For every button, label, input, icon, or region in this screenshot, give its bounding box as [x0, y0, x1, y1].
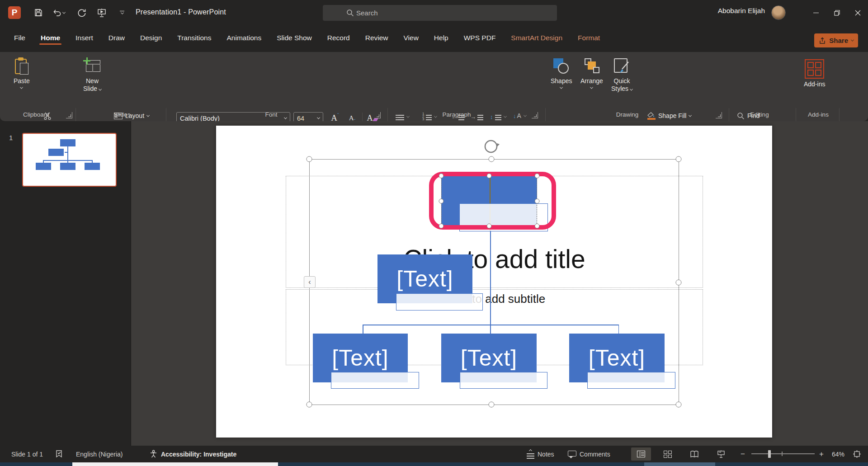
avatar[interactable] — [771, 5, 786, 20]
tab-label: File — [14, 34, 25, 42]
ribbon-tabs: FileHomeInsertDrawDesignTransitionsAnima… — [6, 26, 608, 52]
shape-handle-w[interactable] — [439, 199, 444, 204]
tab-label: Review — [365, 34, 388, 42]
accessibility-indicator[interactable]: Accessibility: Investigate — [149, 446, 236, 462]
quick-styles-icon — [613, 57, 631, 75]
slide-editing-surface[interactable]: Click to add title Click to add subtitle… — [216, 126, 772, 438]
zoom-level[interactable]: 64% — [832, 446, 844, 462]
bbox-handle-sw[interactable] — [307, 402, 312, 408]
arrange-dropdown-icon[interactable] — [590, 86, 593, 89]
restore-button[interactable] — [826, 0, 847, 26]
slide-sorter-view-button[interactable] — [658, 447, 678, 461]
tab-file[interactable]: File — [6, 29, 33, 48]
slide-indicator[interactable]: Slide 1 of 1 — [11, 446, 43, 462]
tab-wps-pdf[interactable]: WPS PDF — [456, 29, 504, 48]
save-icon[interactable] — [32, 6, 45, 19]
tab-format[interactable]: Format — [570, 29, 608, 48]
tab-review[interactable]: Review — [358, 29, 396, 48]
arrange-button[interactable]: Arrange — [580, 57, 603, 89]
smartart-node-child-2-subshape[interactable] — [460, 372, 547, 389]
text-direction-button[interactable]: ↓A — [513, 110, 526, 122]
tab-record[interactable]: Record — [320, 29, 358, 48]
shape-handle-n[interactable] — [487, 174, 492, 179]
account-name[interactable]: Abobarin Elijah — [718, 7, 765, 15]
share-dropdown-icon[interactable] — [851, 38, 854, 42]
fit-slide-to-window-button[interactable] — [853, 446, 861, 462]
comments-button[interactable]: Comments — [568, 446, 610, 462]
tab-home[interactable]: Home — [33, 29, 68, 48]
ribbon: Paste Clipboard New Slide Layout ↺ Re — [0, 52, 868, 121]
paste-dropdown-icon[interactable] — [20, 86, 23, 89]
tab-smartart-design[interactable]: SmartArt Design — [503, 29, 570, 48]
thumbnail-slide-number: 1 — [9, 134, 13, 141]
connector-child-left — [363, 325, 363, 334]
smartart-node-assistant-subshape[interactable] — [396, 293, 483, 311]
new-slide-button[interactable]: New Slide — [83, 57, 101, 93]
clipboard-dialog-launcher[interactable] — [66, 112, 72, 118]
minimize-button[interactable] — [806, 0, 826, 26]
zoom-out-button[interactable]: − — [741, 446, 745, 462]
bbox-handle-s[interactable] — [489, 402, 495, 408]
close-button[interactable] — [847, 0, 868, 26]
add-ins-icon — [805, 59, 824, 79]
shapes-button[interactable]: Shapes — [551, 57, 572, 89]
language-indicator[interactable]: English (Nigeria) — [76, 446, 123, 462]
title-bar: P Presentation1 - PowerPoint Search Abob… — [0, 0, 868, 26]
drawing-dialog-launcher[interactable] — [716, 112, 722, 118]
zoom-slider-track[interactable] — [751, 453, 815, 454]
powerpoint-logo-icon[interactable]: P — [8, 6, 21, 19]
quick-styles-button[interactable]: Quick Styles — [611, 57, 632, 93]
smartart-text-pane-toggle[interactable]: ‹ — [304, 276, 316, 288]
shape-handle-e[interactable] — [535, 199, 540, 204]
tab-animations[interactable]: Animations — [219, 29, 269, 48]
rotation-handle[interactable] — [482, 137, 500, 155]
bbox-handle-e[interactable] — [676, 280, 682, 286]
shape-handle-nw[interactable] — [439, 174, 444, 179]
tab-design[interactable]: Design — [132, 29, 170, 48]
slide-thumbnail[interactable] — [22, 133, 117, 187]
font-dialog-launcher[interactable] — [374, 112, 381, 118]
taskbar-fragment-light — [72, 462, 278, 466]
spell-check-icon[interactable] — [55, 446, 63, 462]
paragraph-dialog-launcher[interactable] — [532, 112, 538, 118]
shapes-dropdown-icon[interactable] — [560, 86, 563, 89]
tab-transitions[interactable]: Transitions — [170, 29, 219, 48]
reading-view-button[interactable] — [684, 447, 704, 461]
smartart-node-child-3-subshape[interactable] — [587, 372, 675, 389]
slide-thumbnail-panel: 1 — [0, 121, 131, 446]
shape-handle-se[interactable] — [535, 224, 540, 229]
workspace: 1 Click to add title Click to add subtit… — [0, 121, 868, 446]
slideshow-view-button[interactable] — [711, 447, 731, 461]
bbox-handle-nw[interactable] — [307, 156, 312, 162]
shape-handle-sw[interactable] — [439, 224, 444, 229]
bbox-handle-se[interactable] — [676, 402, 682, 408]
zoom-in-button[interactable]: + — [819, 446, 824, 462]
share-button[interactable]: Share — [814, 33, 858, 47]
tab-insert[interactable]: Insert — [68, 29, 101, 48]
bbox-handle-n[interactable] — [489, 156, 495, 162]
smartart-node-child-1-subshape[interactable] — [331, 372, 419, 389]
shape-handle-ne[interactable] — [535, 174, 540, 179]
new-slide-dropdown-icon[interactable] — [99, 88, 102, 91]
tab-view[interactable]: View — [396, 29, 426, 48]
zoom-slider-handle[interactable] — [768, 450, 771, 458]
search-input[interactable]: Search — [323, 5, 557, 21]
tab-slide-show[interactable]: Slide Show — [269, 29, 320, 48]
shape-handle-s[interactable] — [487, 224, 492, 229]
tab-label: Format — [578, 34, 600, 42]
shape-fill-button[interactable]: Shape Fill — [647, 110, 691, 122]
normal-view-button[interactable] — [631, 447, 651, 461]
undo-icon[interactable] — [49, 6, 69, 19]
font-group-label: Font — [244, 111, 298, 118]
start-slideshow-icon[interactable] — [95, 6, 108, 19]
paste-button[interactable]: Paste — [14, 57, 30, 89]
customize-quick-access-icon[interactable] — [115, 6, 129, 19]
bbox-handle-ne[interactable] — [676, 156, 682, 162]
tab-draw[interactable]: Draw — [101, 29, 132, 48]
add-ins-group-label: Add-ins — [800, 111, 836, 118]
notes-button[interactable]: Notes — [527, 446, 554, 462]
add-ins-button[interactable]: Add-ins — [804, 59, 825, 88]
redo-icon[interactable] — [75, 6, 88, 19]
quick-styles-dropdown-icon[interactable] — [630, 88, 633, 91]
tab-help[interactable]: Help — [426, 29, 456, 48]
